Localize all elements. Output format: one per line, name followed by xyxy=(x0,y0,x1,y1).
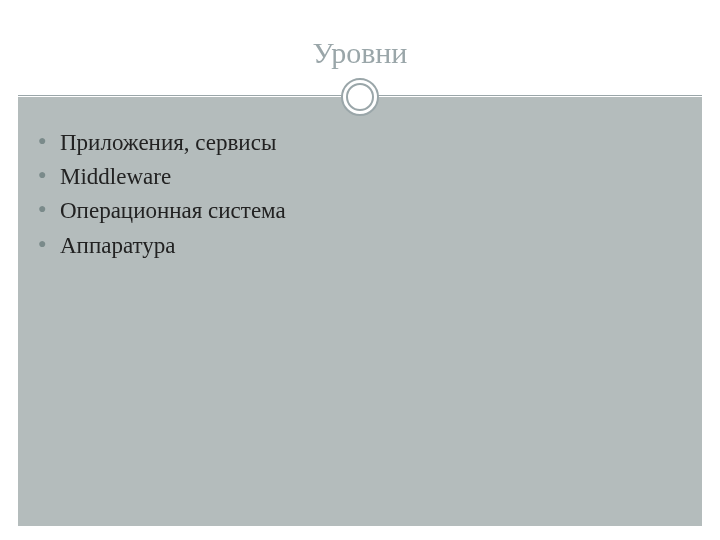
list-item: Аппаратура xyxy=(36,230,684,262)
slide: Уровни Приложения, сервисы Middleware Оп… xyxy=(0,0,720,540)
bullet-list: Приложения, сервисы Middleware Операцион… xyxy=(36,127,684,262)
content-area: Приложения, сервисы Middleware Операцион… xyxy=(18,97,702,526)
list-item: Middleware xyxy=(36,161,684,193)
slide-title: Уровни xyxy=(313,36,408,70)
list-item: Операционная система xyxy=(36,195,684,227)
list-item: Приложения, сервисы xyxy=(36,127,684,159)
ring-ornament-icon xyxy=(339,76,381,118)
